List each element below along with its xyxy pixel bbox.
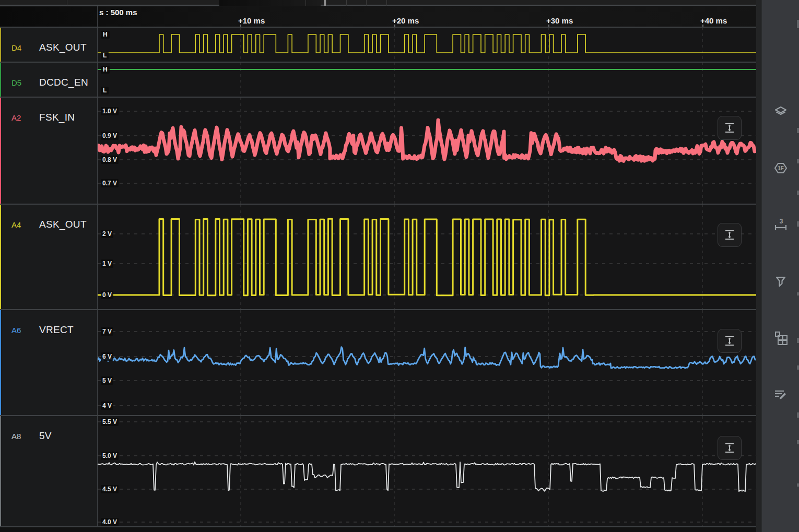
low-level-label: L (101, 52, 109, 60)
vertical-autoscale-icon (723, 335, 736, 347)
time-tick-label: +30 ms (546, 16, 573, 25)
channel-accent-stripe (0, 28, 1, 62)
channel-accent-stripe (0, 310, 1, 415)
waveform-plot-a6[interactable] (98, 310, 756, 415)
trace-a8 (98, 462, 756, 492)
channel-label-panel-a8[interactable]: A85V (0, 416, 97, 526)
clipped-toolbar-icon (797, 128, 799, 133)
channel-name: ASK_OUT (39, 219, 87, 230)
vertical-autoscale-icon (723, 229, 736, 241)
channel-id: D4 (11, 43, 21, 52)
minimap-segment-divider (386, 0, 387, 6)
channel-row-a4: A4ASK_OUT2 V1 V0 V (0, 205, 756, 309)
clipped-toolbar-icon (797, 221, 799, 227)
annotations-icon[interactable] (770, 384, 791, 405)
trace-d4 (98, 34, 756, 53)
channel-label-panel-a6[interactable]: A6VRECT (0, 310, 97, 415)
hex-display-icon[interactable]: 1F (770, 158, 791, 179)
clipped-toolbar-icon (797, 440, 799, 444)
channel-row-a8: A85V5.5 V5.0 V4.5 V4.0 V (0, 416, 756, 526)
trace-a4 (98, 219, 756, 295)
autoscale-button-a6[interactable] (718, 329, 742, 353)
voltage-tick-label: 5.0 V (101, 452, 119, 460)
waveform-plot-d5[interactable] (98, 63, 756, 97)
channel-id: A4 (11, 220, 21, 229)
time-tick-label: +20 ms (392, 16, 419, 25)
channel-accent-stripe (0, 205, 1, 309)
clipped-toolbar-icon (797, 292, 799, 295)
vertical-scrollbar[interactable] (756, 0, 761, 532)
channel-id: A6 (11, 326, 21, 335)
channel-name: DCDC_EN (39, 77, 88, 88)
channel-row-d4: D4ASK_OUTHL (0, 28, 756, 62)
channel-label-panel-d5[interactable]: D5DCDC_EN (0, 63, 97, 97)
voltage-tick-label: 4.0 V (101, 518, 119, 526)
waveform-plot-a4[interactable] (98, 205, 756, 309)
minimap-segment-divider (366, 0, 367, 6)
timeline-minimap[interactable] (0, 0, 756, 6)
voltage-tick-label: 4 V (101, 401, 113, 410)
time-axis[interactable]: s : 500 ms +10 ms+20 ms+30 ms+40 ms (0, 7, 756, 28)
channel-row-d5: D5DCDC_ENHL (0, 63, 756, 97)
minimap-segment-divider (326, 0, 326, 6)
channel-accent-stripe (0, 416, 1, 526)
voltage-tick-label: 0.9 V (101, 132, 119, 140)
channel-label-panel-d4[interactable]: D4ASK_OUT (0, 28, 97, 62)
trace-a6 (98, 347, 755, 369)
trace-a2 (98, 120, 756, 161)
waveform-plot-a2[interactable] (98, 98, 756, 204)
time-tick-label: +40 ms (700, 16, 727, 25)
channel-name: ASK_OUT (39, 42, 87, 53)
clipped-toolbar-icon (797, 20, 799, 28)
svg-text:3: 3 (780, 218, 783, 225)
channel-accent-stripe (0, 98, 1, 204)
autoscale-button-a8[interactable] (718, 436, 742, 460)
high-level-label: H (101, 31, 110, 39)
autoscale-button-a2[interactable] (718, 116, 742, 140)
channel-id: A2 (11, 113, 21, 122)
clipped-toolbar-icon (797, 412, 799, 418)
channel-id: D5 (11, 78, 21, 87)
waveform-plot-d4[interactable] (98, 28, 756, 62)
channel-label-panel-a2[interactable]: A2FSK_IN (0, 98, 97, 204)
vertical-autoscale-icon (723, 122, 736, 134)
channel-accent-stripe (0, 63, 1, 97)
autoscale-button-a4[interactable] (718, 223, 742, 247)
filter-icon[interactable] (770, 271, 791, 292)
voltage-tick-label: 2 V (101, 230, 113, 238)
vertical-autoscale-icon (723, 442, 736, 454)
channel-label-panel-a4[interactable]: A4ASK_OUT (0, 205, 97, 309)
voltage-tick-label: 0.7 V (101, 179, 119, 187)
voltage-tick-label: 5.5 V (101, 418, 119, 426)
divider (97, 6, 98, 527)
channel-name: 5V (39, 430, 52, 442)
time-tick-label: +10 ms (238, 16, 265, 25)
voltage-tick-label: 7 V (101, 327, 113, 336)
channel-name: VRECT (39, 324, 74, 336)
voltage-tick-label: 5 V (101, 376, 113, 385)
svg-text:1F: 1F (778, 165, 784, 171)
channel-row-a6: A6VRECT7 V6 V5 V4 V (0, 310, 756, 415)
minimap-segment-divider (67, 0, 67, 6)
waveform-plot-a8[interactable] (98, 416, 756, 526)
low-level-label: L (101, 87, 109, 94)
clipped-toolbar-icon (797, 159, 799, 163)
voltage-tick-label: 4.5 V (101, 485, 119, 493)
channel-row-a2: A2FSK_IN1.0 V0.9 V0.8 V0.7 V (0, 98, 756, 204)
extensions-icon[interactable] (770, 327, 791, 348)
voltage-tick-label: 1 V (101, 259, 113, 268)
logic-analyzer-app: s : 500 ms +10 ms+20 ms+30 ms+40 ms D4AS… (0, 0, 799, 532)
right-sidebar: 1F3 (761, 0, 799, 532)
clipped-toolbar-icon (797, 191, 799, 195)
voltage-tick-label: 0.8 V (101, 156, 119, 164)
bottom-partial-row (0, 527, 756, 532)
channel-id: A8 (11, 432, 21, 441)
clipped-toolbar-icon (797, 338, 799, 343)
layers-icon[interactable] (770, 102, 791, 123)
clipped-toolbar-icon (797, 483, 799, 487)
clipped-toolbar-icon (797, 365, 799, 370)
time-scale-label: s : 500 ms (99, 8, 137, 17)
measurement-icon[interactable]: 3 (770, 214, 791, 235)
high-level-label: H (101, 66, 110, 74)
voltage-tick-label: 1.0 V (101, 107, 119, 115)
